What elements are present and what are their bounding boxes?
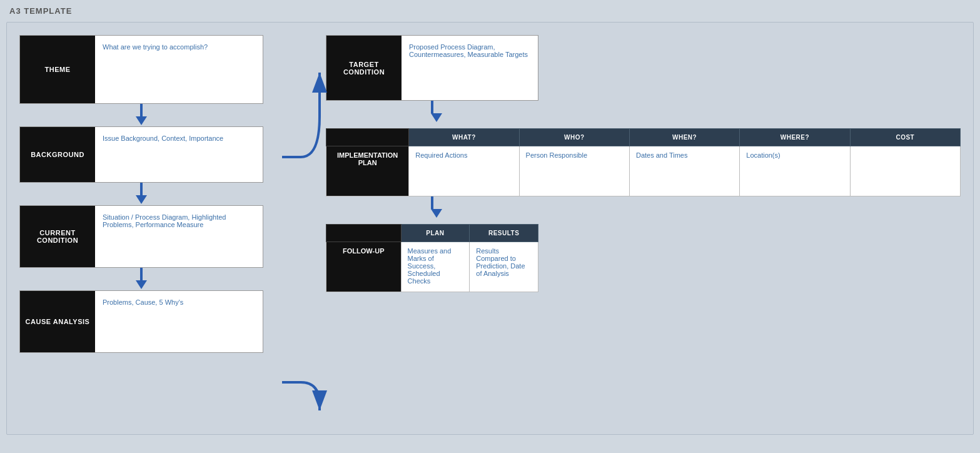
- impl-header-where: WHERE?: [740, 129, 850, 146]
- arrow-current-to-cause: [136, 268, 147, 290]
- impl-cell-when: Dates and Times: [629, 146, 739, 196]
- followup-table: PLAN RESULTS FOLLOW-UP Measures and Mark…: [326, 224, 538, 292]
- impl-header-what: WHAT?: [409, 129, 519, 146]
- impl-header-when: WHEN?: [629, 129, 739, 146]
- theme-label: THEME: [20, 36, 95, 103]
- theme-content: What are we trying to accomplish?: [95, 36, 263, 103]
- impl-cell-cost: [850, 146, 960, 196]
- target-condition-label: TARGET CONDITION: [326, 36, 402, 100]
- impl-header-cost: COST: [850, 129, 960, 146]
- followup-header-plan: PLAN: [401, 225, 470, 242]
- current-condition-label: CURRENT CONDITION: [20, 206, 95, 267]
- background-card: BACKGROUND Issue Background, Context, Im…: [19, 126, 263, 183]
- content-wrapper: TARGET CONDITION Proposed Process Diagra…: [282, 35, 961, 422]
- cause-analysis-content: Problems, Cause, 5 Why's: [95, 291, 263, 352]
- page-title: A3 TEMPLATE: [6, 6, 974, 16]
- connector-arrows-svg: [282, 35, 326, 442]
- impl-row-label: IMPLEMENTATION PLAN: [326, 146, 409, 196]
- right-column: TARGET CONDITION Proposed Process Diagra…: [326, 35, 961, 292]
- followup-row-label: FOLLOW-UP: [326, 242, 402, 292]
- cause-analysis-label: CAUSE ANALYSIS: [20, 291, 95, 352]
- left-column: THEME What are we trying to accomplish? …: [19, 35, 263, 422]
- impl-row-header-label: [326, 129, 409, 146]
- current-condition-content: Situation / Process Diagram, Highlighted…: [95, 206, 263, 267]
- background-content: Issue Background, Context, Importance: [95, 127, 263, 182]
- target-condition-card: TARGET CONDITION Proposed Process Diagra…: [326, 35, 538, 101]
- current-condition-card: CURRENT CONDITION Situation / Process Di…: [19, 205, 263, 268]
- theme-card: THEME What are we trying to accomplish?: [19, 35, 263, 104]
- followup-section: PLAN RESULTS FOLLOW-UP Measures and Mark…: [326, 224, 961, 292]
- impl-cell-what: Required Actions: [409, 146, 519, 196]
- followup-cell-plan: Measures and Marks of Success, Scheduled…: [401, 242, 470, 292]
- arrow-impl-to-followup: [326, 196, 961, 219]
- followup-cell-results: Results Compared to Prediction, Date of …: [470, 242, 538, 292]
- impl-cell-where: Location(s): [740, 146, 850, 196]
- main-container: THEME What are we trying to accomplish? …: [6, 22, 974, 435]
- impl-header-who: WHO?: [519, 129, 629, 146]
- background-label: BACKGROUND: [20, 127, 95, 182]
- arrow-theme-to-background: [136, 104, 147, 126]
- implementation-plan-section: WHAT? WHO? WHEN? WHERE? COST IMPLEMENTAT…: [326, 128, 961, 196]
- target-condition-content: Proposed Process Diagram, Countermeasure…: [402, 36, 538, 100]
- arrow-background-to-current: [136, 183, 147, 205]
- followup-header-results: RESULTS: [470, 225, 538, 242]
- impl-cell-who: Person Responsible: [519, 146, 629, 196]
- cause-analysis-card: CAUSE ANALYSIS Problems, Cause, 5 Why's: [19, 290, 263, 353]
- followup-header-label: [326, 225, 402, 242]
- arrow-target-to-impl: [326, 101, 961, 123]
- implementation-table: WHAT? WHO? WHEN? WHERE? COST IMPLEMENTAT…: [326, 128, 961, 196]
